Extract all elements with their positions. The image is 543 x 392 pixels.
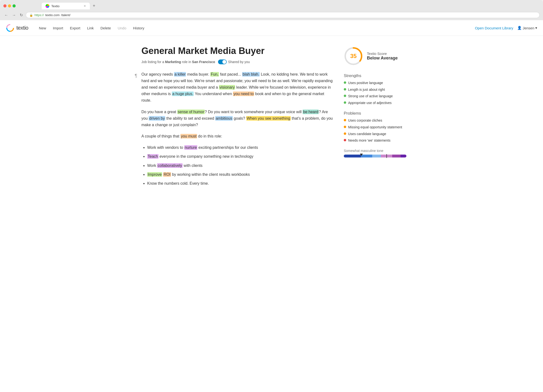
strength-dot-3 — [344, 95, 346, 97]
highlight-improve: Improve — [147, 172, 162, 177]
url-protocol: https:// — [34, 13, 44, 17]
editor-pane: General Market Media Buyer Job listing f… — [141, 46, 334, 189]
problem-label-4: Needs more 'we' statements — [348, 138, 391, 143]
highlight-when-you-see: When you see something — [246, 116, 291, 121]
strengths-section: Strengths Uses positive language Length … — [344, 73, 406, 105]
tone-seg-masculine-light — [372, 155, 381, 157]
strength-label-4: Appropriate use of adjectives — [348, 101, 392, 105]
problem-label-3: Uses candidate language — [348, 132, 386, 137]
strength-label-3: Strong use of active language — [348, 94, 393, 99]
score-title: Textio Score — [367, 52, 398, 56]
strength-1: Uses positive language — [344, 81, 406, 85]
strengths-title: Strengths — [344, 73, 406, 78]
highlight-a-killer: a killer — [174, 72, 186, 77]
strength-3: Strong use of active language — [344, 94, 406, 99]
logo: textio — [6, 24, 28, 32]
url-full: textio.com — [45, 13, 60, 17]
meta-role: Marketing — [165, 60, 181, 64]
tone-seg-masculine-dark — [344, 155, 361, 157]
tone-seg-feminine-mid — [392, 155, 401, 157]
highlight-collaboratively: collaboratively — [157, 163, 182, 168]
user-menu[interactable]: 👤 Jensen ▾ — [517, 26, 537, 30]
traffic-light-close[interactable] — [3, 4, 7, 7]
paragraph-2-text: Do you have a great sense of humor? Do y… — [141, 109, 334, 128]
nav-history[interactable]: History — [130, 25, 147, 32]
tone-seg-feminine-dark — [401, 155, 406, 157]
toggle-knob — [222, 60, 226, 64]
problems-section: Problems Uses corporate cliches Missing … — [344, 111, 406, 143]
list-item-3: Work collaboratively with clients — [147, 162, 334, 169]
new-tab-button[interactable]: + — [91, 2, 97, 9]
score-label: Textio Score Below Average — [367, 52, 398, 61]
highlight-blah-blah: blah blah. — [242, 72, 260, 77]
strength-dot-1 — [344, 81, 346, 84]
lock-icon: 🔒 — [29, 13, 33, 17]
strength-dot-4 — [344, 101, 346, 104]
nav-links: New Import Export Link Delete Undo Histo… — [36, 25, 147, 32]
sidebar: 35 Textio Score Below Average Strengths … — [344, 46, 406, 189]
list-item-5: Know the numbers cold. Every time. — [147, 180, 334, 187]
tone-marker — [360, 154, 363, 156]
url-path: /talent/ — [61, 13, 70, 17]
strength-dot-2 — [344, 88, 346, 91]
open-document-library-link[interactable]: Open Document Library — [475, 26, 513, 30]
highlight-driven-by: driven by — [149, 116, 165, 121]
back-button[interactable]: ← — [3, 12, 9, 18]
problem-dot-2 — [344, 126, 346, 128]
nav-new[interactable]: New — [36, 25, 49, 32]
nav-export[interactable]: Export — [67, 25, 83, 32]
user-menu-chevron-icon: ▾ — [535, 26, 537, 30]
tone-label: Somewhat masculine tone — [344, 149, 406, 153]
editor-content[interactable]: ¶ Our agency needs a killer media buyer.… — [141, 71, 334, 187]
tab-favicon — [46, 4, 49, 8]
problem-dot-4 — [344, 139, 346, 141]
browser-tab: Textio ✕ — [42, 3, 90, 9]
paragraph-marker-icon: ¶ — [135, 72, 137, 80]
nav-import[interactable]: Import — [50, 25, 66, 32]
tone-section: Somewhat masculine tone — [344, 149, 406, 157]
strength-label-2: Length is just about right — [348, 87, 385, 92]
refresh-button[interactable]: ↻ — [19, 12, 24, 18]
highlight-visionary: visionary — [219, 85, 235, 90]
tab-close-button[interactable]: ✕ — [84, 4, 86, 8]
main-content: General Market Media Buyer Job listing f… — [127, 36, 416, 199]
tab-title: Textio — [51, 4, 60, 8]
document-meta: Job listing for a Marketing role in San … — [141, 59, 334, 64]
highlight-roi: ROI — [163, 172, 171, 177]
forward-button[interactable]: → — [11, 12, 17, 18]
nav-undo: Undo — [115, 25, 129, 32]
strength-4: Appropriate use of adjectives — [344, 101, 406, 105]
list-item-4: Improve ROI by working within the client… — [147, 171, 334, 178]
highlight-be-heard: be heard — [303, 110, 319, 114]
problems-title: Problems — [344, 111, 406, 116]
meta-prefix: Job listing for a Marketing role in San … — [141, 60, 215, 64]
nav-delete[interactable]: Delete — [98, 25, 114, 32]
problem-4: Needs more 'we' statements — [344, 138, 406, 143]
paragraph-3-text: A couple of things that you must do in t… — [141, 133, 334, 139]
user-name: Jensen — [523, 26, 534, 30]
problem-2: Missing equal opportunity statement — [344, 125, 406, 130]
shared-toggle[interactable]: Shared by you — [218, 59, 250, 64]
address-bar[interactable]: 🔒 https://textio.com/talent/ — [26, 12, 540, 18]
score-subtitle: Below Average — [367, 56, 398, 61]
problem-1: Uses corporate cliches — [344, 118, 406, 123]
job-list: Work with vendors to nurture exciting pa… — [147, 144, 334, 187]
toggle-switch[interactable] — [218, 59, 227, 64]
shared-label: Shared by you — [228, 60, 250, 64]
score-number: 35 — [350, 53, 357, 59]
traffic-light-minimize[interactable] — [8, 4, 11, 7]
score-circle: 35 — [344, 46, 363, 66]
document-title: General Market Media Buyer — [141, 46, 334, 57]
list-item-2: Teach everyone in the company something … — [147, 153, 334, 160]
tone-divider — [386, 154, 387, 158]
highlight-ambitious: ambitious — [215, 116, 232, 121]
problem-3: Uses candidate language — [344, 132, 406, 137]
nav-link[interactable]: Link — [84, 25, 97, 32]
highlight-teach: Teach — [147, 154, 159, 159]
traffic-light-maximize[interactable] — [13, 4, 16, 7]
meta-location: San Francisco — [192, 60, 215, 64]
highlight-you-need-to: you need to — [233, 91, 254, 96]
highlight-nurture: nurture — [184, 145, 198, 150]
list-item-1: Work with vendors to nurture exciting pa… — [147, 144, 334, 151]
tone-marker-triangle — [360, 154, 363, 156]
